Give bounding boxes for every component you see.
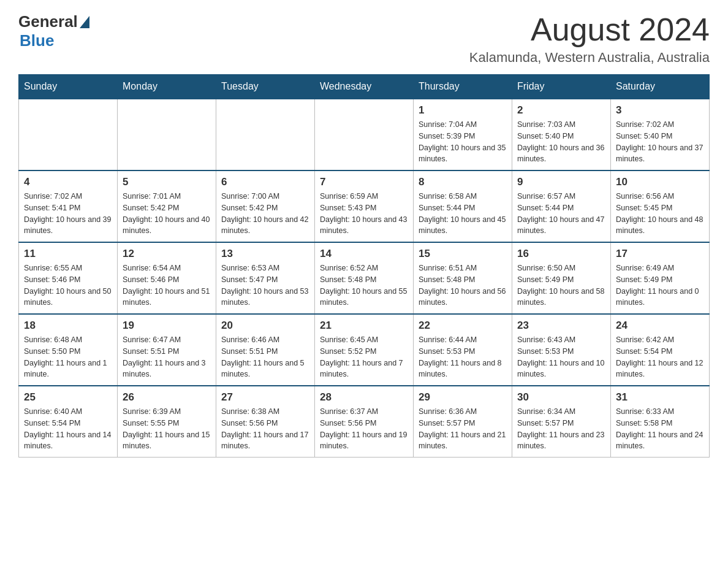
day-info: Sunrise: 6:42 AM Sunset: 5:54 PM Dayligh… (616, 334, 704, 380)
day-number: 25 (24, 391, 112, 404)
calendar-cell (315, 99, 414, 170)
calendar-week-1: 1Sunrise: 7:04 AM Sunset: 5:39 PM Daylig… (19, 99, 710, 170)
logo-general-text: General (18, 12, 78, 31)
calendar-week-5: 25Sunrise: 6:40 AM Sunset: 5:54 PM Dayli… (19, 386, 710, 458)
day-number: 12 (123, 248, 211, 260)
calendar-cell: 22Sunrise: 6:44 AM Sunset: 5:53 PM Dayli… (414, 314, 512, 386)
calendar-cell: 13Sunrise: 6:53 AM Sunset: 5:47 PM Dayli… (216, 242, 315, 314)
calendar-cell (118, 99, 216, 170)
day-info: Sunrise: 7:02 AM Sunset: 5:40 PM Dayligh… (616, 119, 704, 165)
calendar-cell: 11Sunrise: 6:55 AM Sunset: 5:46 PM Dayli… (19, 242, 118, 314)
day-number: 9 (517, 176, 605, 188)
day-info: Sunrise: 6:33 AM Sunset: 5:58 PM Dayligh… (616, 406, 704, 452)
calendar-cell: 30Sunrise: 6:34 AM Sunset: 5:57 PM Dayli… (512, 386, 611, 458)
day-number: 29 (419, 391, 507, 404)
day-info: Sunrise: 6:46 AM Sunset: 5:51 PM Dayligh… (221, 334, 309, 380)
day-number: 2 (517, 104, 605, 117)
day-number: 1 (419, 104, 507, 117)
day-number: 7 (320, 176, 408, 188)
day-info: Sunrise: 6:40 AM Sunset: 5:54 PM Dayligh… (24, 406, 112, 452)
day-info: Sunrise: 7:00 AM Sunset: 5:42 PM Dayligh… (221, 191, 309, 237)
calendar-cell: 31Sunrise: 6:33 AM Sunset: 5:58 PM Dayli… (611, 386, 710, 458)
day-number: 17 (616, 248, 704, 260)
header-tuesday: Tuesday (216, 75, 315, 99)
day-number: 10 (616, 176, 704, 188)
calendar-cell: 2Sunrise: 7:03 AM Sunset: 5:40 PM Daylig… (512, 99, 611, 170)
day-number: 18 (24, 320, 112, 332)
day-number: 3 (616, 104, 704, 117)
calendar-week-3: 11Sunrise: 6:55 AM Sunset: 5:46 PM Dayli… (19, 242, 710, 314)
calendar-week-2: 4Sunrise: 7:02 AM Sunset: 5:41 PM Daylig… (19, 170, 710, 242)
day-info: Sunrise: 7:01 AM Sunset: 5:42 PM Dayligh… (123, 191, 211, 237)
day-info: Sunrise: 6:37 AM Sunset: 5:56 PM Dayligh… (320, 406, 408, 452)
header-wednesday: Wednesday (315, 75, 414, 99)
day-info: Sunrise: 6:39 AM Sunset: 5:55 PM Dayligh… (123, 406, 211, 452)
title-section: August 2024 Kalamunda, Western Australia… (469, 12, 710, 66)
day-info: Sunrise: 6:45 AM Sunset: 5:52 PM Dayligh… (320, 334, 408, 380)
day-info: Sunrise: 6:58 AM Sunset: 5:44 PM Dayligh… (419, 191, 507, 237)
calendar-cell: 19Sunrise: 6:47 AM Sunset: 5:51 PM Dayli… (118, 314, 216, 386)
day-info: Sunrise: 7:02 AM Sunset: 5:41 PM Dayligh… (24, 191, 112, 237)
day-number: 24 (616, 320, 704, 332)
calendar-cell: 25Sunrise: 6:40 AM Sunset: 5:54 PM Dayli… (19, 386, 118, 458)
day-number: 14 (320, 248, 408, 260)
day-info: Sunrise: 6:54 AM Sunset: 5:46 PM Dayligh… (123, 262, 211, 308)
calendar-cell: 27Sunrise: 6:38 AM Sunset: 5:56 PM Dayli… (216, 386, 315, 458)
calendar-cell: 9Sunrise: 6:57 AM Sunset: 5:44 PM Daylig… (512, 170, 611, 242)
calendar-cell: 26Sunrise: 6:39 AM Sunset: 5:55 PM Dayli… (118, 386, 216, 458)
day-info: Sunrise: 6:34 AM Sunset: 5:57 PM Dayligh… (517, 406, 605, 452)
day-number: 5 (123, 176, 211, 188)
calendar-cell: 12Sunrise: 6:54 AM Sunset: 5:46 PM Dayli… (118, 242, 216, 314)
calendar-cell: 10Sunrise: 6:56 AM Sunset: 5:45 PM Dayli… (611, 170, 710, 242)
day-number: 8 (419, 176, 507, 188)
calendar-cell: 8Sunrise: 6:58 AM Sunset: 5:44 PM Daylig… (414, 170, 512, 242)
calendar-cell: 14Sunrise: 6:52 AM Sunset: 5:48 PM Dayli… (315, 242, 414, 314)
calendar-week-4: 18Sunrise: 6:48 AM Sunset: 5:50 PM Dayli… (19, 314, 710, 386)
day-info: Sunrise: 6:49 AM Sunset: 5:49 PM Dayligh… (616, 262, 704, 308)
calendar-table: SundayMondayTuesdayWednesdayThursdayFrid… (18, 74, 710, 458)
day-info: Sunrise: 6:59 AM Sunset: 5:43 PM Dayligh… (320, 191, 408, 237)
calendar-header-row: SundayMondayTuesdayWednesdayThursdayFrid… (19, 75, 710, 99)
day-number: 20 (221, 320, 309, 332)
day-info: Sunrise: 7:04 AM Sunset: 5:39 PM Dayligh… (419, 119, 507, 165)
day-info: Sunrise: 6:44 AM Sunset: 5:53 PM Dayligh… (419, 334, 507, 380)
day-info: Sunrise: 6:36 AM Sunset: 5:57 PM Dayligh… (419, 406, 507, 452)
day-number: 16 (517, 248, 605, 260)
day-number: 4 (24, 176, 112, 188)
day-number: 13 (221, 248, 309, 260)
calendar-cell: 1Sunrise: 7:04 AM Sunset: 5:39 PM Daylig… (414, 99, 512, 170)
day-info: Sunrise: 6:52 AM Sunset: 5:48 PM Dayligh… (320, 262, 408, 308)
calendar-cell: 23Sunrise: 6:43 AM Sunset: 5:53 PM Dayli… (512, 314, 611, 386)
day-info: Sunrise: 6:55 AM Sunset: 5:46 PM Dayligh… (24, 262, 112, 308)
day-info: Sunrise: 6:47 AM Sunset: 5:51 PM Dayligh… (123, 334, 211, 380)
day-number: 30 (517, 391, 605, 404)
day-info: Sunrise: 6:53 AM Sunset: 5:47 PM Dayligh… (221, 262, 309, 308)
header-monday: Monday (118, 75, 216, 99)
header-friday: Friday (512, 75, 611, 99)
header-thursday: Thursday (414, 75, 512, 99)
calendar-cell: 24Sunrise: 6:42 AM Sunset: 5:54 PM Dayli… (611, 314, 710, 386)
day-info: Sunrise: 6:56 AM Sunset: 5:45 PM Dayligh… (616, 191, 704, 237)
day-number: 22 (419, 320, 507, 332)
day-info: Sunrise: 6:48 AM Sunset: 5:50 PM Dayligh… (24, 334, 112, 380)
calendar-cell: 15Sunrise: 6:51 AM Sunset: 5:48 PM Dayli… (414, 242, 512, 314)
day-number: 23 (517, 320, 605, 332)
calendar-cell: 3Sunrise: 7:02 AM Sunset: 5:40 PM Daylig… (611, 99, 710, 170)
day-info: Sunrise: 6:57 AM Sunset: 5:44 PM Dayligh… (517, 191, 605, 237)
location-title: Kalamunda, Western Australia, Australia (469, 50, 710, 66)
logo-arrow-icon (80, 16, 89, 28)
calendar-cell: 16Sunrise: 6:50 AM Sunset: 5:49 PM Dayli… (512, 242, 611, 314)
month-title: August 2024 (469, 12, 710, 47)
calendar-cell: 29Sunrise: 6:36 AM Sunset: 5:57 PM Dayli… (414, 386, 512, 458)
logo-blue-text: Blue (20, 31, 54, 50)
calendar-cell: 7Sunrise: 6:59 AM Sunset: 5:43 PM Daylig… (315, 170, 414, 242)
day-number: 27 (221, 391, 309, 404)
day-number: 21 (320, 320, 408, 332)
day-number: 28 (320, 391, 408, 404)
day-info: Sunrise: 6:38 AM Sunset: 5:56 PM Dayligh… (221, 406, 309, 452)
calendar-cell: 5Sunrise: 7:01 AM Sunset: 5:42 PM Daylig… (118, 170, 216, 242)
calendar-cell (216, 99, 315, 170)
day-info: Sunrise: 6:51 AM Sunset: 5:48 PM Dayligh… (419, 262, 507, 308)
day-number: 11 (24, 248, 112, 260)
header-saturday: Saturday (611, 75, 710, 99)
